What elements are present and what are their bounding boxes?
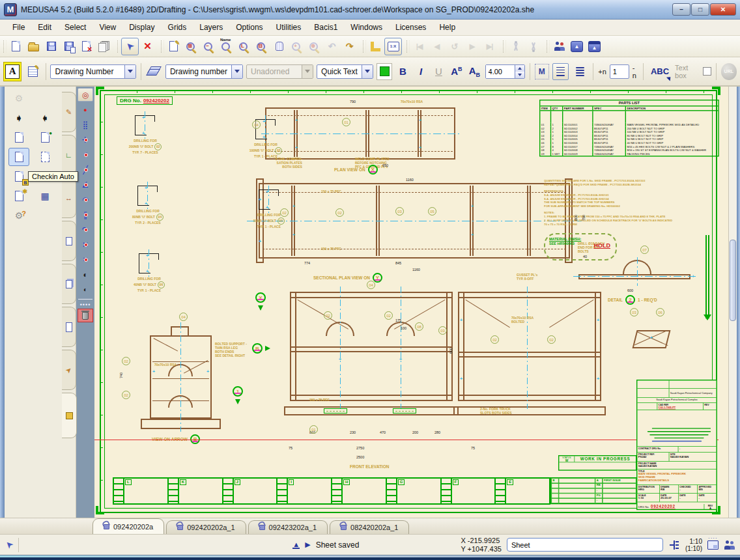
parallel-point-button[interactable]: ∥	[78, 208, 93, 221]
size-up-button[interactable]	[515, 65, 524, 72]
line-spacing-wide-button[interactable]	[552, 63, 569, 80]
nav-cycle-button[interactable]: ↺	[446, 38, 463, 55]
axes-pie-button[interactable]: ◐	[78, 283, 93, 296]
drawing-canvas[interactable]: DRG No.092420202 ++ DRILLING FOR200NB 'U…	[94, 87, 737, 518]
line-point-button[interactable]: ╱	[78, 163, 93, 176]
scrollbar-thumb[interactable]	[730, 240, 736, 321]
text-color-button[interactable]	[377, 63, 392, 80]
text-properties-button[interactable]: ✎	[25, 63, 40, 80]
nav-next-button[interactable]: ▶	[463, 38, 481, 55]
panel-collapse-button[interactable]: ▲	[586, 38, 603, 55]
text-size-input[interactable]	[486, 65, 515, 78]
measure-button[interactable]	[367, 38, 384, 55]
open-button[interactable]	[25, 38, 42, 55]
count-input[interactable]	[610, 64, 629, 79]
menu-layers[interactable]: Layers	[193, 21, 229, 34]
grid-point-button[interactable]: ⣿	[78, 118, 93, 132]
font-style-combo[interactable]: Drawing number	[165, 64, 243, 79]
save-button[interactable]	[42, 38, 60, 55]
menu-edit[interactable]: Edit	[32, 21, 57, 34]
checkin-auto-button[interactable]: B	[8, 167, 29, 186]
zoom-window-button[interactable]: ⊞	[182, 38, 200, 55]
line-spacing-tight-button[interactable]	[572, 63, 588, 80]
window-layout-icon[interactable]	[707, 540, 719, 550]
underline-button[interactable]: U	[431, 66, 446, 77]
text-margin-button[interactable]: M	[535, 64, 550, 79]
tool-tab-pdm[interactable]	[62, 393, 77, 438]
status-select-icon[interactable]: ➤	[3, 539, 16, 552]
combo-arrow-icon[interactable]	[231, 65, 242, 78]
close-button[interactable]: ✕	[710, 3, 736, 16]
tool-tab-sheet1[interactable]	[62, 221, 76, 261]
delete-button[interactable]: ✕	[139, 38, 156, 55]
nav-previous-button[interactable]: ◀	[428, 38, 446, 55]
menu-grids[interactable]: Grids	[162, 21, 193, 34]
layers-button[interactable]	[146, 63, 162, 80]
gravity-snap-button[interactable]: ◎	[78, 88, 93, 102]
pdm-settings-button[interactable]: ⚙	[8, 89, 29, 107]
panel-up-button[interactable]: ▲	[568, 38, 586, 55]
nav-first-button[interactable]: |◀	[410, 38, 428, 55]
nav-last-button[interactable]: ▶|	[481, 38, 498, 55]
bold-button[interactable]: B	[395, 66, 410, 77]
url-button[interactable]: URL	[721, 63, 737, 80]
text-style-combo[interactable]: Drawing Number	[50, 64, 135, 79]
axes-point-button[interactable]: ✕	[78, 253, 93, 266]
menu-windows[interactable]: Windows	[345, 21, 388, 34]
menu-options[interactable]: Options	[230, 21, 268, 34]
menu-licenses[interactable]: Licenses	[390, 21, 432, 34]
delete-point-button[interactable]	[78, 309, 93, 322]
spellcheck-button[interactable]: ABC	[648, 64, 672, 79]
pan-button[interactable]	[270, 38, 288, 55]
open-pdm-sheet-button[interactable]: ●	[35, 128, 55, 147]
zoom-in-step-button[interactable]: +	[288, 38, 306, 55]
pie-point-button[interactable]: ◐	[78, 268, 93, 281]
zoom-out-button[interactable]: −	[200, 38, 218, 55]
tool-tab-select[interactable]: ➤	[62, 350, 76, 390]
new-sheet-button[interactable]	[7, 38, 25, 55]
decrement-label[interactable]: -n	[633, 64, 638, 79]
construction-tool-button[interactable]	[507, 38, 524, 55]
save-as-button[interactable]	[60, 38, 78, 55]
zoom-limits-button[interactable]: L	[235, 38, 253, 55]
checkin-button[interactable]: ➧	[8, 109, 29, 127]
point-button[interactable]: ●	[78, 103, 93, 117]
trim-tool-button[interactable]	[524, 38, 542, 55]
zoom-previous-button[interactable]: ⊟	[253, 38, 270, 55]
collaboration-icon[interactable]	[724, 540, 735, 550]
select-tool-button[interactable]: ➤	[121, 38, 139, 55]
canvas-vertical-scrollbar[interactable]	[728, 87, 737, 518]
minimize-button[interactable]: –	[672, 3, 690, 16]
sheet-tab-1[interactable]: 092420202a	[92, 518, 164, 534]
menu-view[interactable]: View	[93, 21, 122, 34]
maximize-button[interactable]: □	[691, 3, 709, 16]
print-copies-button[interactable]	[95, 38, 113, 55]
print-manager-button[interactable]: ✱	[8, 187, 29, 205]
italic-button[interactable]: I	[414, 66, 428, 77]
subscript-button[interactable]: AB	[467, 65, 481, 78]
size-down-button[interactable]	[515, 72, 524, 78]
superscript-button[interactable]: AB	[449, 66, 464, 77]
text-tool-button[interactable]: A	[3, 62, 21, 81]
zoom-out-step-button[interactable]: ⊕	[306, 38, 323, 55]
close-sheet-button[interactable]: ✕	[78, 38, 95, 55]
combo-arrow-icon[interactable]	[124, 65, 135, 78]
structure-tree-icon[interactable]	[668, 539, 680, 551]
arc-point-button[interactable]: ◜	[78, 148, 93, 161]
menu-bacis1[interactable]: Bacis1	[308, 21, 343, 34]
table-view-button[interactable]: ▦	[35, 187, 55, 205]
menu-utilities[interactable]: Utilities	[270, 21, 307, 34]
tool-tab-sheet2[interactable]	[62, 264, 76, 304]
tool-tab-dimension[interactable]: ↔	[62, 178, 76, 218]
quick-text-combo[interactable]: Quick Text	[317, 64, 373, 79]
menu-display[interactable]: Display	[123, 21, 160, 34]
curve-point-button[interactable]: ↷	[78, 223, 93, 236]
new-pdm-sheet-button[interactable]	[8, 128, 29, 147]
eject-icon[interactable]: ▲	[292, 541, 300, 549]
increment-label[interactable]: +n	[598, 68, 606, 76]
save-pdm-copy-button[interactable]	[35, 148, 55, 166]
sheet-tab-2[interactable]: 092420202a_1	[166, 520, 246, 534]
menu-file[interactable]: File	[7, 21, 31, 34]
intersection-point-button[interactable]: ✛	[78, 133, 93, 147]
sheet-view-button[interactable]: ✎	[165, 38, 182, 55]
